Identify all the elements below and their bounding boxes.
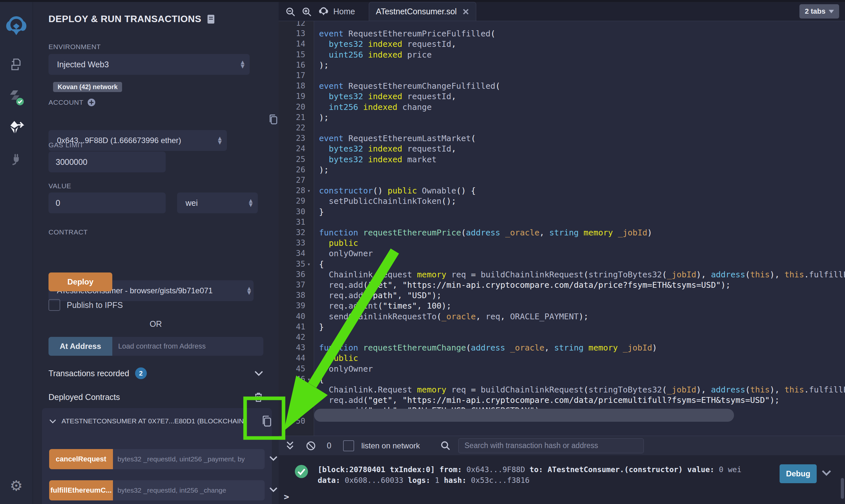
function-row-cancel-request: cancelRequest bytes32 _requestId, uint25… bbox=[49, 449, 265, 469]
code-viewport[interactable]: 1213event RequestEthereumPriceFulfilled(… bbox=[279, 21, 845, 436]
settings-gear-icon[interactable]: ⚙ bbox=[0, 477, 33, 494]
trash-icon[interactable] bbox=[254, 392, 263, 402]
gas-limit-label: GAS LIMIT bbox=[49, 141, 84, 149]
environment-label: ENVIRONMENT bbox=[49, 43, 101, 51]
expand-fn1-chevron-icon[interactable] bbox=[269, 455, 278, 461]
contract-label: CONTRACT bbox=[49, 228, 88, 236]
expand-fn2-chevron-icon[interactable] bbox=[269, 487, 278, 492]
panel-title: DEPLOY & RUN TRANSACTIONS bbox=[49, 14, 202, 24]
fulfill-ethereum-change-args-input[interactable]: bytes32 _requestId, int256 _change bbox=[113, 480, 265, 500]
doc-icon[interactable] bbox=[207, 14, 215, 24]
select-caret-icon: ▲▼ bbox=[218, 136, 222, 145]
transactions-count-badge: 2 bbox=[135, 367, 147, 379]
select-caret-icon: ▲▼ bbox=[247, 286, 251, 295]
transactions-chevron-icon[interactable] bbox=[254, 371, 263, 376]
collapse-terminal-icon[interactable] bbox=[286, 441, 294, 451]
debug-button[interactable]: Debug bbox=[780, 464, 817, 483]
editor-tabbar: Home ATestnetConsumer.sol 2 tabs bbox=[279, 2, 845, 21]
value-label: VALUE bbox=[49, 182, 71, 190]
deploy-run-panel: DEPLOY & RUN TRANSACTIONS ENVIRONMENT In… bbox=[33, 2, 279, 504]
fulfill-ethereum-change-button[interactable]: fulfillEthereumC... bbox=[49, 480, 113, 500]
icon-sidebar: ⚙ bbox=[0, 2, 33, 504]
editor-region: Home ATestnetConsumer.sol 2 tabs 1213eve… bbox=[279, 2, 845, 504]
terminal: 0 listen on network Search with transact… bbox=[279, 436, 845, 504]
environment-select[interactable]: Injected Web3 ▲▼ bbox=[49, 54, 249, 75]
value-unit-select[interactable]: wei ▲▼ bbox=[177, 193, 258, 213]
function-row-fulfill-change: fulfillEthereumC... bytes32 _requestId, … bbox=[49, 480, 265, 500]
tx-log-line2[interactable]: data: 0x608...60033 logs: 1 hash: 0x53c.… bbox=[318, 475, 530, 486]
tx-log-line1[interactable]: [block:20780401 txIndex:0] from: 0x643..… bbox=[318, 464, 741, 475]
deploy-button[interactable]: Deploy bbox=[49, 272, 112, 291]
home-remix-icon bbox=[318, 6, 329, 17]
deploy-run-icon[interactable] bbox=[0, 120, 33, 135]
terminal-search-input[interactable]: Search with transaction hash or address bbox=[458, 438, 644, 453]
value-input[interactable]: 0 bbox=[49, 193, 166, 213]
caret-down-icon bbox=[829, 10, 834, 13]
cancel-request-button[interactable]: cancelRequest bbox=[49, 449, 113, 469]
terminal-toolbar: 0 listen on network Search with transact… bbox=[279, 436, 845, 455]
cancel-request-args-input[interactable]: bytes32 _requestId, uint256 _payment, by bbox=[113, 449, 265, 469]
copy-contract-icon[interactable] bbox=[261, 415, 273, 429]
publish-ipfs-checkbox[interactable] bbox=[49, 299, 60, 311]
deployed-contracts-label: Deployed Contracts bbox=[49, 393, 120, 402]
window-top-edge bbox=[0, 0, 845, 2]
chevron-down-icon bbox=[49, 419, 56, 424]
horizontal-scrollbar-thumb[interactable] bbox=[314, 409, 734, 422]
zoom-in-icon[interactable] bbox=[302, 7, 312, 17]
close-tab-icon[interactable] bbox=[463, 8, 469, 15]
clear-console-icon[interactable] bbox=[306, 441, 316, 451]
tx-success-icon bbox=[294, 464, 309, 480]
terminal-prompt[interactable]: > bbox=[284, 492, 289, 502]
pending-tx-count: 0 bbox=[327, 441, 331, 450]
at-address-input[interactable]: Load contract from Address bbox=[112, 337, 263, 356]
solidity-compiler-icon[interactable] bbox=[0, 89, 33, 105]
listen-network-checkbox[interactable] bbox=[343, 440, 354, 451]
select-caret-icon: ▲▼ bbox=[249, 199, 253, 207]
contract-card-header[interactable]: ATESTNETCONSUMER AT 0X7E7...E80D1 (BLOCK… bbox=[49, 417, 244, 425]
account-label: ACCOUNT bbox=[49, 98, 83, 106]
search-icon bbox=[441, 441, 450, 451]
plugin-manager-icon[interactable] bbox=[0, 151, 33, 166]
at-address-button[interactable]: At Address bbox=[49, 337, 112, 356]
tx-expand-chevron-icon[interactable] bbox=[822, 470, 831, 476]
listen-network-label: listen on network bbox=[361, 441, 420, 450]
network-badge: Kovan (42) network bbox=[53, 82, 122, 92]
remix-logo-icon[interactable] bbox=[0, 15, 33, 36]
terminal-scrollbar-thumb[interactable] bbox=[841, 478, 844, 499]
tabs-count-button[interactable]: 2 tabs bbox=[799, 4, 839, 19]
tab-home[interactable]: Home bbox=[318, 2, 355, 21]
deployed-contract-card: ATESTNETCONSUMER AT 0X7E7...E80D1 (BLOCK… bbox=[42, 408, 272, 504]
or-label: OR bbox=[33, 319, 279, 329]
publish-ipfs-label: Publish to IPFS bbox=[67, 301, 123, 310]
tab-atestnetconsumer[interactable]: ATestnetConsumer.sol bbox=[369, 2, 476, 21]
file-explorer-icon[interactable] bbox=[0, 57, 33, 72]
copy-account-icon[interactable] bbox=[268, 114, 279, 126]
remix-ide-window: ⚙ DEPLOY & RUN TRANSACTIONS ENVIRONMENT … bbox=[0, 0, 845, 504]
add-account-icon[interactable] bbox=[87, 98, 96, 107]
gas-limit-input[interactable]: 3000000 bbox=[49, 151, 166, 172]
select-caret-icon: ▲▼ bbox=[241, 60, 244, 69]
zoom-out-icon[interactable] bbox=[286, 7, 296, 17]
transactions-recorded-label: Transactions recorded bbox=[49, 369, 129, 378]
